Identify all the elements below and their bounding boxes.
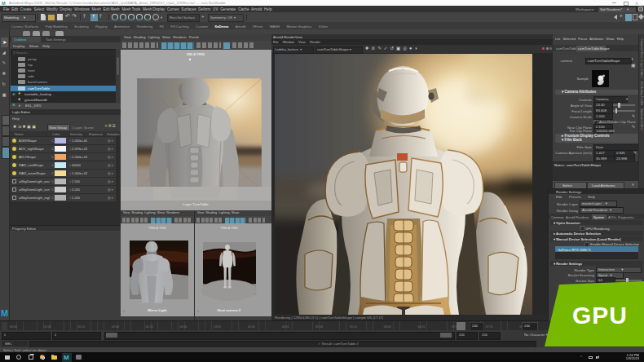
svg-text:GPU: GPU	[572, 302, 628, 329]
svg-text:TR80 A TR80: TR80 A TR80	[148, 227, 166, 230]
svg-text:Heat camera 2: Heat camera 2	[218, 308, 241, 312]
svg-text:E80 A TR80: E80 A TR80	[187, 52, 205, 56]
svg-text:Mirror Light: Mirror Light	[148, 308, 167, 312]
svg-text:Layer TurnTable: Layer TurnTable	[183, 202, 209, 206]
svg-text:TR80 A TR80: TR80 A TR80	[220, 227, 238, 230]
